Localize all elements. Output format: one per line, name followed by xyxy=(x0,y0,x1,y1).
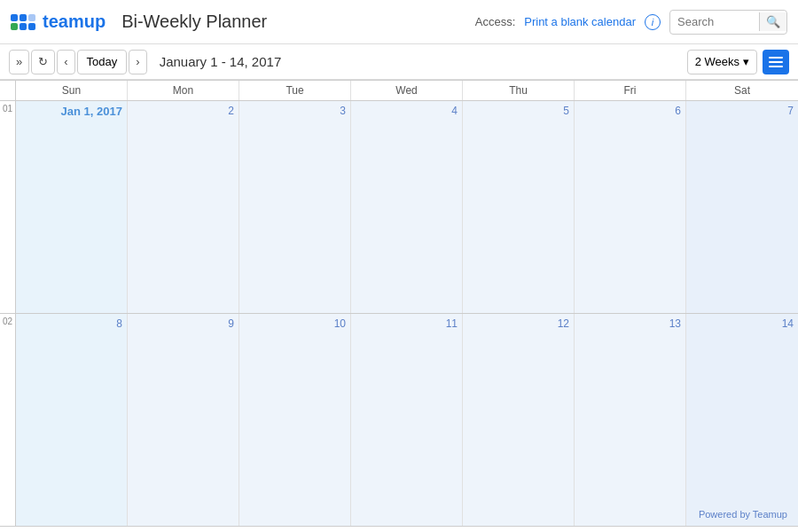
powered-by: Powered by Teamup xyxy=(699,509,787,520)
view-label: 2 Weeks xyxy=(695,55,739,68)
day-number: 10 xyxy=(244,317,346,330)
day-cell-jan12[interactable]: 12 xyxy=(463,314,575,526)
day-number: 11 xyxy=(356,317,458,330)
day-header-mon: Mon xyxy=(128,81,239,100)
teamup-logo-icon xyxy=(11,14,35,30)
right-controls: 2 Weeks ▾ xyxy=(687,50,789,74)
logo-dot xyxy=(28,14,35,21)
day-number: 12 xyxy=(467,317,569,330)
logo-dot xyxy=(28,23,35,30)
logo-dot xyxy=(20,14,27,21)
calendar-body: 01 Jan 1, 2017 2 3 4 5 6 xyxy=(0,101,798,527)
day-cell-jan5[interactable]: 5 xyxy=(463,101,575,313)
day-cell-jan1[interactable]: Jan 1, 2017 xyxy=(16,101,128,313)
calendar-week-2: 02 8 9 10 11 12 13 xyxy=(0,314,798,527)
day-number: 13 xyxy=(579,317,681,330)
day-number: 9 xyxy=(132,317,234,330)
day-number: 6 xyxy=(579,105,681,117)
day-headers: Sun Mon Tue Wed Thu Fri Sat xyxy=(0,81,798,101)
day-header-wed: Wed xyxy=(351,81,463,100)
logo-text: teamup xyxy=(43,12,106,32)
day-cell-jan9[interactable]: 9 xyxy=(128,314,239,526)
search-button[interactable]: 🔍 xyxy=(759,12,786,31)
day-number: Jan 1, 2017 xyxy=(20,105,122,118)
menu-line xyxy=(769,61,783,63)
day-cell-jan11[interactable]: 11 xyxy=(351,314,463,526)
day-header-thu: Thu xyxy=(463,81,575,100)
page-title: Bi-Weekly Planner xyxy=(121,12,267,32)
day-cell-jan10[interactable]: 10 xyxy=(239,314,351,526)
day-header-sun: Sun xyxy=(16,81,128,100)
week-number-01: 01 xyxy=(0,101,16,313)
view-selector[interactable]: 2 Weeks ▾ xyxy=(687,50,757,74)
calendar-container: Sun Mon Tue Wed Thu Fri Sat 01 Jan 1, 20… xyxy=(0,80,798,527)
search-box: 🔍 xyxy=(669,10,787,35)
week-number-02: 02 xyxy=(0,314,16,526)
toolbar: » ↻ ‹ Today › January 1 - 14, 2017 2 Wee… xyxy=(0,44,798,80)
prev-button[interactable]: ‹ xyxy=(57,50,74,74)
day-number: 8 xyxy=(20,317,122,330)
day-cell-jan7[interactable]: 7 xyxy=(686,101,798,313)
day-cell-jan8[interactable]: 8 xyxy=(16,314,128,526)
logo-dot xyxy=(20,23,27,30)
chevron-down-icon: ▾ xyxy=(743,55,749,68)
refresh-button[interactable]: ↻ xyxy=(31,50,55,74)
calendar-week-1: 01 Jan 1, 2017 2 3 4 5 6 xyxy=(0,101,798,314)
day-number: 4 xyxy=(356,105,458,117)
day-cell-jan4[interactable]: 4 xyxy=(351,101,463,313)
calendar: Sun Mon Tue Wed Thu Fri Sat 01 Jan 1, 20… xyxy=(0,80,798,527)
day-cell-jan2[interactable]: 2 xyxy=(128,101,239,313)
search-input[interactable] xyxy=(670,13,759,30)
day-cell-jan14[interactable]: 14 xyxy=(686,314,798,526)
menu-button[interactable] xyxy=(763,50,789,74)
fast-forward-button[interactable]: » xyxy=(9,50,29,74)
logo-dot xyxy=(11,14,18,21)
day-number: 3 xyxy=(244,105,346,117)
day-number: 14 xyxy=(691,317,794,330)
menu-line xyxy=(769,57,783,59)
day-number: 2 xyxy=(132,105,234,117)
day-cell-jan13[interactable]: 13 xyxy=(575,314,686,526)
header-right: Access: Print a blank calendar i 🔍 xyxy=(475,10,787,35)
day-cell-jan6[interactable]: 6 xyxy=(575,101,686,313)
day-cell-jan3[interactable]: 3 xyxy=(239,101,351,313)
logo-area: teamup xyxy=(11,12,106,32)
day-number: 7 xyxy=(691,105,794,117)
week-num-header xyxy=(0,81,16,100)
menu-line xyxy=(769,66,783,67)
next-button[interactable]: › xyxy=(129,50,146,74)
today-button[interactable]: Today xyxy=(77,50,128,74)
app-header: teamup Bi-Weekly Planner Access: Print a… xyxy=(0,0,798,44)
day-header-tue: Tue xyxy=(239,81,351,100)
logo-dot xyxy=(11,23,18,30)
print-blank-calendar-link[interactable]: Print a blank calendar xyxy=(524,15,636,28)
access-label: Access: xyxy=(475,15,516,28)
day-number: 5 xyxy=(467,105,569,117)
info-icon[interactable]: i xyxy=(645,14,661,30)
day-header-sat: Sat xyxy=(686,81,798,100)
nav-group: » ↻ ‹ Today › xyxy=(9,50,147,74)
date-range: January 1 - 14, 2017 xyxy=(160,54,282,69)
day-header-fri: Fri xyxy=(575,81,686,100)
